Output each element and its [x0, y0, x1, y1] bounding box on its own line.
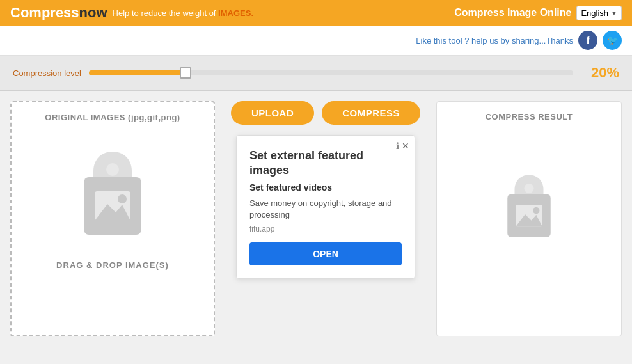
result-image-area: [491, 170, 567, 247]
ad-info-icon[interactable]: ℹ: [396, 141, 399, 151]
header: Compressnow Help to reduce the weight of…: [0, 0, 632, 26]
ad-open-button[interactable]: OPEN: [249, 242, 402, 265]
facebook-icon: f: [587, 35, 590, 45]
slider-track: [89, 70, 573, 75]
ad-subtitle: Set featured videos: [249, 182, 402, 193]
logo: Compressnow: [10, 4, 107, 21]
header-title: Compress Image Online: [454, 7, 571, 19]
compression-label: Compression level: [13, 68, 81, 78]
ad-title: Set external featured images: [249, 148, 402, 178]
action-buttons: UPLOAD COMPRESS: [231, 101, 420, 125]
compress-button[interactable]: COMPRESS: [322, 101, 420, 125]
language-selector[interactable]: English ▼: [576, 6, 622, 20]
drop-label: DRAG & DROP IMAGE(S): [56, 260, 169, 270]
logo-compress: Compress: [10, 4, 79, 20]
language-label: English: [581, 8, 608, 18]
svg-point-0: [106, 163, 119, 176]
twitter-button[interactable]: 🐦: [603, 31, 622, 50]
result-panel: COMPRESS RESULT: [436, 101, 622, 336]
original-panel-title: ORIGINAL IMAGES (jpg,gif,png): [45, 113, 180, 122]
facebook-button[interactable]: f: [578, 31, 597, 50]
chevron-down-icon: ▼: [611, 10, 617, 17]
svg-point-4: [118, 194, 127, 203]
ad-url: fifu.app: [249, 225, 402, 233]
drop-zone[interactable]: [61, 145, 164, 248]
main-content: ORIGINAL IMAGES (jpg,gif,png): [0, 91, 632, 347]
compression-slider[interactable]: [89, 70, 573, 75]
upload-button[interactable]: UPLOAD: [231, 101, 314, 125]
compression-percent: 20%: [581, 65, 619, 81]
result-panel-title: COMPRESS RESULT: [486, 112, 573, 122]
slider-thumb[interactable]: [180, 67, 191, 79]
tagline-prefix: Help to reduce the weight of: [113, 8, 219, 18]
result-image-placeholder-icon: [491, 170, 567, 247]
svg-point-9: [533, 207, 540, 214]
ad-close-icon[interactable]: ✕: [402, 141, 409, 151]
ad-desc: Save money on copyright, storage and pro…: [249, 198, 402, 221]
tagline-images: IMAGES.: [218, 8, 253, 18]
image-placeholder-icon: [61, 145, 164, 248]
header-left: Compressnow Help to reduce the weight of…: [10, 4, 253, 21]
compression-bar-area: Compression level 20%: [0, 56, 632, 91]
twitter-icon: 🐦: [607, 35, 618, 45]
header-tagline: Help to reduce the weight of IMAGES.: [113, 8, 253, 18]
ad-popup: ℹ ✕ Set external featured images Set fea…: [236, 135, 415, 279]
original-panel[interactable]: ORIGINAL IMAGES (jpg,gif,png): [10, 101, 215, 336]
social-bar: Like this tool ? help us by sharing...Th…: [0, 26, 632, 56]
svg-point-5: [525, 184, 534, 193]
logo-now: now: [79, 4, 107, 20]
slider-fill: [89, 70, 186, 75]
social-text: Like this tool ? help us by sharing...Th…: [416, 36, 573, 45]
center-panel: UPLOAD COMPRESS ℹ ✕ Set external feature…: [215, 101, 436, 336]
header-right: Compress Image Online English ▼: [454, 6, 622, 20]
